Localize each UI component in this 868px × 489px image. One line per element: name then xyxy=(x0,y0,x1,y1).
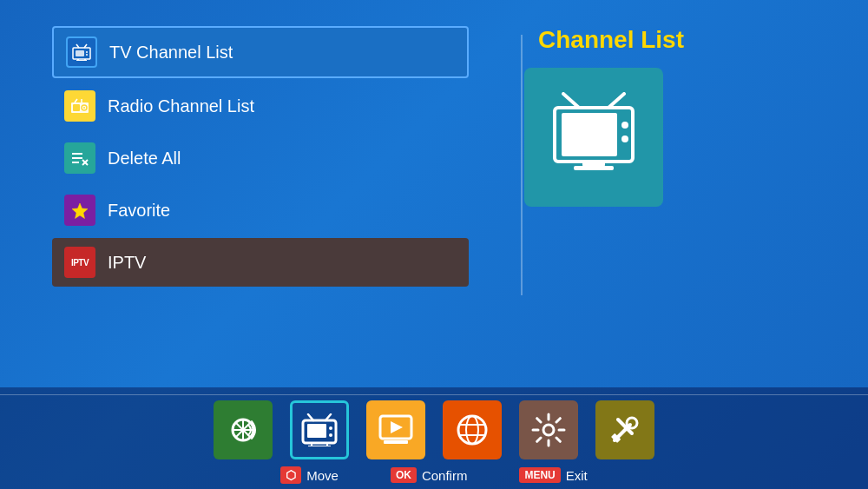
right-panel: Channel List xyxy=(503,26,684,290)
move-text: Move xyxy=(306,468,339,483)
radio-channel-list-label: Radio Channel List xyxy=(108,96,254,116)
favorite-label: Favorite xyxy=(108,201,170,221)
divider xyxy=(521,35,523,295)
separator xyxy=(0,394,868,395)
svg-point-7 xyxy=(86,51,88,53)
menu-item-tv-channel-list[interactable]: TV Channel List xyxy=(52,26,469,78)
menu-item-delete-all[interactable]: Delete All xyxy=(52,134,469,182)
radio-channel-list-icon xyxy=(64,90,95,122)
svg-line-13 xyxy=(75,99,77,102)
svg-point-47 xyxy=(466,416,478,444)
svg-rect-28 xyxy=(574,166,614,170)
confirm-label: OK Confirm xyxy=(391,467,468,483)
tv-channel-list-label: TV Channel List xyxy=(109,43,233,63)
svg-point-8 xyxy=(86,54,88,56)
svg-point-39 xyxy=(329,433,332,437)
svg-point-38 xyxy=(329,426,332,430)
menu-item-favorite[interactable]: Favorite xyxy=(52,186,469,235)
menu-item-iptv[interactable]: IPTV IPTV xyxy=(52,238,469,287)
svg-line-22 xyxy=(608,94,624,108)
bottom-icons xyxy=(0,400,868,459)
tools-button[interactable] xyxy=(595,400,654,459)
media-button[interactable] xyxy=(366,400,425,459)
svg-point-12 xyxy=(83,107,85,109)
svg-rect-24 xyxy=(562,113,617,156)
svg-marker-20 xyxy=(72,203,88,219)
confirm-text: Confirm xyxy=(422,468,468,483)
tv-channel-button[interactable] xyxy=(290,400,349,459)
svg-point-46 xyxy=(458,416,486,444)
move-label: ⬡ Move xyxy=(280,466,339,484)
menu-key: MENU xyxy=(519,467,560,483)
panel-title: Channel List xyxy=(538,26,684,54)
svg-point-25 xyxy=(621,122,628,129)
main-content: TV Channel List Radio Channel List xyxy=(0,0,868,290)
tv-icon-box xyxy=(524,68,663,207)
exit-text: Exit xyxy=(566,468,588,483)
svg-point-26 xyxy=(621,135,628,142)
favorite-icon xyxy=(64,195,95,226)
bottom-bar: ⬡ Move OK Confirm MENU Exit xyxy=(0,387,868,489)
internet-button[interactable] xyxy=(443,400,502,459)
settings-button[interactable] xyxy=(519,400,578,459)
iptv-icon: IPTV xyxy=(64,247,95,278)
iptv-label: IPTV xyxy=(108,253,146,273)
delete-all-icon xyxy=(64,142,95,174)
delete-all-label: Delete All xyxy=(108,149,181,169)
svg-rect-6 xyxy=(76,50,84,56)
svg-marker-44 xyxy=(391,421,403,433)
svg-rect-37 xyxy=(307,424,326,438)
svg-rect-10 xyxy=(73,104,80,111)
ok-key: OK xyxy=(391,467,417,483)
menu-panel: TV Channel List Radio Channel List xyxy=(52,26,469,290)
exit-label: MENU Exit xyxy=(519,467,587,483)
move-key: ⬡ xyxy=(280,466,301,484)
menu-item-radio-channel-list[interactable]: Radio Channel List xyxy=(52,82,469,130)
svg-point-52 xyxy=(627,418,637,428)
bottom-labels: ⬡ Move OK Confirm MENU Exit xyxy=(0,466,868,484)
tv-channel-list-icon xyxy=(66,36,97,68)
svg-rect-45 xyxy=(384,440,408,444)
svg-point-50 xyxy=(543,425,554,435)
satellite-button[interactable] xyxy=(214,400,273,459)
svg-line-21 xyxy=(563,94,579,108)
